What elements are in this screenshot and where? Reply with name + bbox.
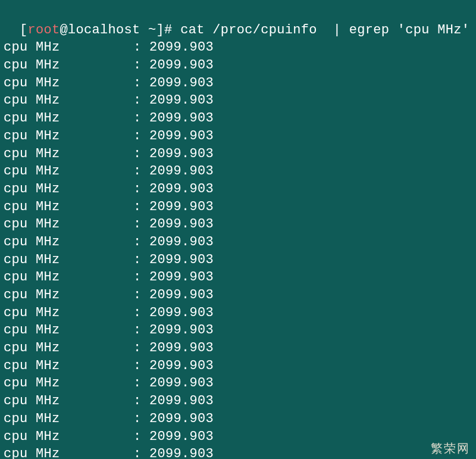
cpu-mhz-value: 2099.903 — [149, 321, 214, 339]
cpu-mhz-value: 2099.903 — [149, 198, 214, 216]
cpu-field-label: cpu MHz — [4, 127, 133, 145]
colon-separator: : — [133, 251, 149, 269]
cpu-mhz-value: 2099.903 — [149, 57, 214, 74]
colon-separator: : — [133, 392, 149, 410]
cpu-mhz-value: 2099.903 — [149, 233, 214, 251]
cpu-field-label: cpu MHz — [4, 163, 133, 180]
output-line: cpu MHz: 2099.903 — [4, 57, 472, 74]
colon-separator: : — [133, 145, 149, 163]
colon-separator: : — [133, 410, 149, 428]
cpu-field-label: cpu MHz — [4, 39, 133, 57]
cpu-field-label: cpu MHz — [4, 286, 133, 304]
output-line: cpu MHz: 2099.903 — [4, 374, 472, 392]
output-line: cpu MHz: 2099.903 — [4, 286, 472, 304]
colon-separator: : — [133, 339, 149, 357]
cpu-field-label: cpu MHz — [4, 304, 133, 322]
prompt-close-bracket: ]# — [156, 23, 173, 38]
cpu-field-label: cpu MHz — [4, 74, 133, 92]
output-line: cpu MHz: 2099.903 — [4, 145, 472, 163]
output-line: cpu MHz: 2099.903 — [4, 216, 472, 233]
cpu-mhz-value: 2099.903 — [149, 374, 214, 392]
output-line: cpu MHz: 2099.903 — [4, 198, 472, 216]
cpu-mhz-value: 2099.903 — [149, 39, 214, 57]
output-line: cpu MHz: 2099.903 — [4, 39, 472, 57]
output-line: cpu MHz: 2099.903 — [4, 110, 472, 127]
prompt-cwd: ~ — [140, 23, 156, 38]
cpu-field-label: cpu MHz — [4, 410, 133, 428]
cpu-field-label: cpu MHz — [4, 357, 133, 375]
output-line: cpu MHz: 2099.903 — [4, 127, 472, 145]
cpu-mhz-value: 2099.903 — [149, 428, 214, 446]
cpu-mhz-value: 2099.903 — [149, 410, 214, 428]
colon-separator: : — [133, 198, 149, 216]
cpu-mhz-value: 2099.903 — [149, 127, 214, 145]
colon-separator: : — [133, 321, 149, 339]
cpu-field-label: cpu MHz — [4, 339, 133, 357]
prompt-user: root — [28, 23, 60, 38]
cpu-mhz-value: 2099.903 — [149, 445, 214, 459]
colon-separator: : — [133, 163, 149, 180]
output-line: cpu MHz: 2099.903 — [4, 163, 472, 180]
cpu-field-label: cpu MHz — [4, 251, 133, 269]
cpu-field-label: cpu MHz — [4, 321, 133, 339]
output-line: cpu MHz: 2099.903 — [4, 392, 472, 410]
output-line: cpu MHz: 2099.903 — [4, 304, 472, 322]
output-line: cpu MHz: 2099.903 — [4, 268, 472, 286]
cpu-mhz-value: 2099.903 — [149, 180, 214, 198]
colon-separator: : — [133, 268, 149, 286]
cpu-field-label: cpu MHz — [4, 110, 133, 127]
output-line: cpu MHz: 2099.903 — [4, 445, 472, 459]
colon-separator: : — [133, 110, 149, 127]
prompt-at: @ — [60, 23, 68, 38]
output-line: cpu MHz: 2099.903 — [4, 321, 472, 339]
cpu-field-label: cpu MHz — [4, 198, 133, 216]
cpu-mhz-value: 2099.903 — [149, 145, 214, 163]
output-line: cpu MHz: 2099.903 — [4, 233, 472, 251]
cpu-mhz-value: 2099.903 — [149, 357, 214, 375]
cpu-field-label: cpu MHz — [4, 445, 133, 459]
grep-pattern: 'cpu MHz' — [397, 23, 470, 38]
prompt-open-bracket: [ — [20, 23, 28, 38]
prompt-host: localhost — [68, 23, 140, 38]
cpu-field-label: cpu MHz — [4, 180, 133, 198]
shell-prompt: [root@localhost ~]# — [20, 23, 173, 38]
command-text: cat /proc/cpuinfo | egrep — [173, 23, 397, 38]
output-line: cpu MHz: 2099.903 — [4, 357, 472, 375]
cpu-field-label: cpu MHz — [4, 57, 133, 74]
terminal-output[interactable]: [root@localhost ~]# cat /proc/cpuinfo | … — [4, 4, 472, 459]
colon-separator: : — [133, 92, 149, 110]
cpu-field-label: cpu MHz — [4, 145, 133, 163]
colon-separator: : — [133, 57, 149, 74]
output-line: cpu MHz: 2099.903 — [4, 339, 472, 357]
cpu-mhz-value: 2099.903 — [149, 339, 214, 357]
cpu-mhz-value: 2099.903 — [149, 304, 214, 322]
output-line: cpu MHz: 2099.903 — [4, 251, 472, 269]
output-lines: cpu MHz: 2099.903cpu MHz: 2099.903cpu MH… — [4, 39, 472, 459]
cpu-field-label: cpu MHz — [4, 428, 133, 446]
colon-separator: : — [133, 286, 149, 304]
cpu-field-label: cpu MHz — [4, 268, 133, 286]
cpu-mhz-value: 2099.903 — [149, 216, 214, 233]
cpu-mhz-value: 2099.903 — [149, 286, 214, 304]
cpu-mhz-value: 2099.903 — [149, 74, 214, 92]
cpu-field-label: cpu MHz — [4, 92, 133, 110]
colon-separator: : — [133, 233, 149, 251]
colon-separator: : — [133, 445, 149, 459]
colon-separator: : — [133, 357, 149, 375]
cpu-mhz-value: 2099.903 — [149, 268, 214, 286]
output-line: cpu MHz: 2099.903 — [4, 410, 472, 428]
output-line: cpu MHz: 2099.903 — [4, 92, 472, 110]
output-line: cpu MHz: 2099.903 — [4, 74, 472, 92]
cpu-field-label: cpu MHz — [4, 233, 133, 251]
cpu-field-label: cpu MHz — [4, 392, 133, 410]
cpu-mhz-value: 2099.903 — [149, 110, 214, 127]
colon-separator: : — [133, 304, 149, 322]
colon-separator: : — [133, 216, 149, 233]
colon-separator: : — [133, 127, 149, 145]
cpu-mhz-value: 2099.903 — [149, 92, 214, 110]
output-line: cpu MHz: 2099.903 — [4, 180, 472, 198]
colon-separator: : — [133, 74, 149, 92]
colon-separator: : — [133, 428, 149, 446]
colon-separator: : — [133, 180, 149, 198]
cpu-mhz-value: 2099.903 — [149, 163, 214, 180]
